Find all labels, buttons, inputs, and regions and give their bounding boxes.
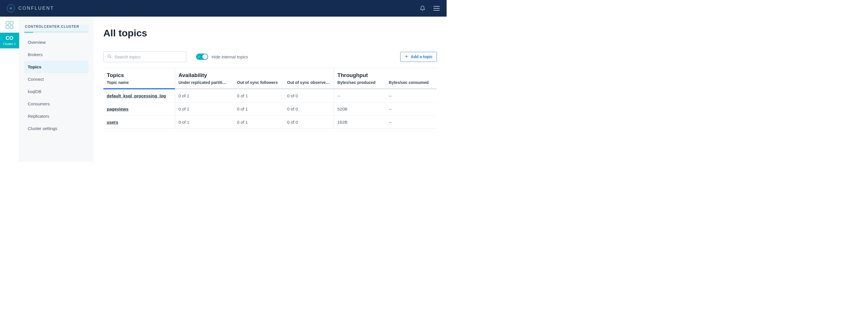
breadcrumb-progress [24, 32, 89, 33]
sidebar-item-overview[interactable]: Overview [24, 36, 89, 49]
cell-oos-followers: 0 of 1 [234, 116, 284, 129]
page-title: All topics [103, 28, 437, 39]
col-under-replicated[interactable]: Under replicated partiti… [175, 79, 234, 88]
group-topics: Topics [103, 68, 175, 79]
sidebar-item-brokers[interactable]: Brokers [24, 49, 89, 61]
sidebar-item-consumers[interactable]: Consumers [24, 98, 89, 110]
topic-name-cell[interactable]: default_ksql_processing_log [103, 89, 175, 102]
col-bytes-produced[interactable]: Bytes/sec produced [334, 79, 385, 88]
col-oos-observers[interactable]: Out of sync observe… [284, 79, 334, 88]
hide-internal-label: Hide internal topics [212, 54, 248, 59]
cell-oos-observers: 0 of 0 [284, 116, 334, 129]
cell-produced: -- [334, 89, 385, 102]
hide-internal-toggle[interactable]: ✓ [196, 54, 208, 60]
cell-consumed: -- [385, 102, 437, 116]
sidebar: CONTROLCENTER.CLUSTER OverviewBrokersTop… [19, 17, 94, 162]
bell-icon[interactable] [420, 5, 426, 11]
topic-name-cell[interactable]: pageviews [103, 102, 175, 116]
table-row: users0 of 10 of 10 of 0162B-- [103, 116, 437, 129]
topbar-actions [420, 5, 440, 11]
search-icon [107, 54, 112, 60]
sidebar-item-ksqldb[interactable]: ksqlDB [24, 85, 89, 98]
confluent-logo-icon [7, 4, 15, 12]
cell-under-replicated: 0 of 1 [175, 102, 234, 116]
cell-oos-observers: 0 of 0 [284, 102, 334, 116]
cell-oos-followers: 0 of 1 [234, 89, 284, 102]
check-icon: ✓ [198, 55, 200, 58]
sidebar-item-cluster-settings[interactable]: Cluster settings [24, 122, 89, 134]
cell-consumed: -- [385, 89, 437, 102]
nav-rail: CO Cluster 1 [0, 17, 19, 162]
svg-line-5 [110, 57, 111, 58]
add-topic-button[interactable]: Add a topic [400, 52, 437, 62]
plus-icon [404, 54, 408, 59]
col-topic-name[interactable]: Topic name [103, 79, 175, 88]
rail-cluster-tile[interactable]: CO Cluster 1 [0, 33, 19, 49]
col-bytes-consumed[interactable]: Bytes/sec consumed [385, 79, 437, 88]
topics-table: Topics Availability Throughput Topic nam… [103, 68, 437, 129]
cell-under-replicated: 0 of 1 [175, 89, 234, 102]
add-topic-label: Add a topic [411, 54, 433, 59]
cell-under-replicated: 0 of 1 [175, 116, 234, 129]
hide-internal-toggle-wrap: ✓ Hide internal topics [196, 54, 248, 60]
cell-produced: 520B [334, 102, 385, 116]
group-throughput: Throughput [334, 68, 437, 79]
cluster-label: Cluster 1 [1, 42, 18, 45]
cell-produced: 162B [334, 116, 385, 129]
sidebar-item-connect[interactable]: Connect [24, 73, 89, 85]
topics-table-wrap: Topics Availability Throughput Topic nam… [103, 68, 437, 129]
toolbar: ✓ Hide internal topics Add a topic [103, 51, 437, 62]
home-grid-icon[interactable] [6, 21, 13, 29]
toggle-knob [203, 54, 208, 59]
breadcrumb: CONTROLCENTER.CLUSTER [24, 25, 89, 32]
search-input[interactable] [115, 54, 183, 59]
col-oos-followers[interactable]: Out of sync followers [234, 79, 284, 88]
table-row: pageviews0 of 10 of 10 of 0520B-- [103, 102, 437, 116]
cell-oos-followers: 0 of 1 [234, 102, 284, 116]
search-input-wrap[interactable] [103, 51, 186, 62]
brand: CONFLUENT [7, 4, 54, 12]
cluster-short: CO [1, 35, 18, 41]
cell-consumed: -- [385, 116, 437, 129]
group-availability: Availability [175, 68, 334, 79]
table-row: default_ksql_processing_log0 of 10 of 10… [103, 89, 437, 102]
cell-oos-observers: 0 of 0 [284, 89, 334, 102]
brand-name: CONFLUENT [18, 6, 54, 11]
sidebar-item-replicators[interactable]: Replicators [24, 110, 89, 122]
main: All topics ✓ Hide internal topics [94, 17, 446, 162]
topic-name-cell[interactable]: users [103, 116, 175, 129]
menu-icon[interactable] [433, 6, 440, 10]
svg-point-4 [108, 55, 111, 57]
topbar: CONFLUENT [0, 0, 446, 17]
sidebar-item-topics[interactable]: Topics [24, 61, 89, 73]
